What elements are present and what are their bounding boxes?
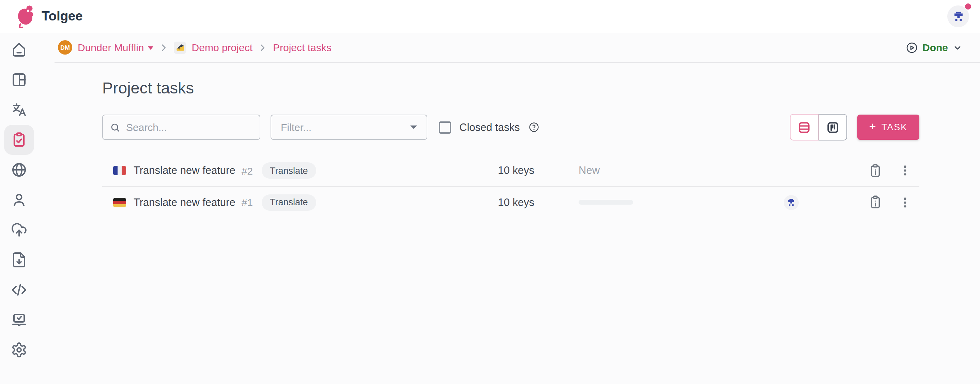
task-detail-clipboard-button[interactable] (868, 194, 883, 210)
notification-dot (965, 3, 971, 10)
task-type-chip: Translate (262, 163, 316, 179)
chevron-right-icon (159, 43, 169, 52)
task-state-text: New (579, 164, 600, 177)
breadcrumb-project[interactable]: Demo project (192, 41, 253, 53)
state-filter-label: Done (923, 41, 948, 53)
dropdown-arrow-icon (410, 126, 417, 129)
add-task-label: TASK (881, 122, 908, 132)
cloud-upload-icon (11, 221, 27, 238)
dashboard-icon (11, 72, 27, 88)
task-keys: 10 keys (443, 196, 534, 209)
vertical-dots-icon (898, 194, 912, 210)
task-row[interactable]: Translate new feature #2 Translate 10 ke… (102, 155, 920, 186)
clipboard-info-icon (868, 194, 883, 210)
pixel-robot-avatar-icon (952, 10, 965, 23)
task-row-left: Translate new feature #1 Translate (102, 194, 316, 210)
sidebar-item-export[interactable] (4, 245, 34, 275)
view-toggle-group (790, 114, 847, 140)
task-state: New (579, 164, 735, 177)
tolgee-mouse-icon (14, 3, 37, 28)
sidebar-item-developer[interactable] (4, 275, 34, 305)
search-icon (110, 121, 121, 133)
tasks-clipboard-check-icon (11, 132, 27, 148)
sidebar (0, 33, 46, 384)
task-menu-button[interactable] (897, 193, 913, 212)
breadcrumb-org-label: Dunder Mufflin (78, 41, 144, 53)
breadcrumb-page: Project tasks (273, 41, 332, 53)
search-input[interactable] (126, 121, 253, 133)
play-circle-icon (905, 41, 918, 54)
assignee-avatar[interactable] (784, 195, 799, 210)
task-keys: 10 keys (443, 164, 534, 177)
sidebar-item-languages[interactable] (4, 155, 34, 185)
filter-placeholder: Filter... (281, 121, 410, 133)
sidebar-item-settings[interactable] (4, 335, 34, 365)
search-box (102, 115, 260, 140)
tolgee-app: Tolgee (0, 0, 980, 384)
tasks-toolbar: Filter... Closed tasks (102, 114, 920, 140)
settings-gear-icon (11, 342, 27, 358)
clipboard-info-icon (868, 163, 883, 178)
task-number: #2 (242, 165, 253, 176)
languages-icon (11, 102, 27, 118)
board-view-icon (825, 120, 840, 135)
task-row-left: Translate new feature #2 Translate (102, 163, 316, 179)
tolgee-logo[interactable]: Tolgee (14, 3, 83, 28)
sidebar-item-tasks[interactable] (4, 125, 34, 155)
french-flag-icon (113, 166, 126, 175)
list-view-button[interactable] (790, 114, 818, 140)
code-icon (11, 282, 27, 298)
sidebar-item-members[interactable] (4, 185, 34, 215)
laptop-check-icon (11, 312, 27, 328)
task-detail-clipboard-button[interactable] (868, 163, 883, 178)
content-shell: DM Dunder Mufflin Demo project Project t… (0, 33, 980, 384)
top-app-bar: Tolgee (0, 0, 980, 33)
brand-name: Tolgee (41, 8, 83, 24)
task-menu-button[interactable] (897, 161, 913, 180)
breadcrumb-project-label: Demo project (192, 41, 253, 53)
board-view-button[interactable] (818, 114, 847, 140)
german-flag-icon (113, 198, 126, 207)
pixel-robot-avatar-icon (786, 198, 796, 207)
main-content: Project tasks Filter... Closed tasks (102, 62, 920, 218)
task-row[interactable]: Translate new feature #1 Translate 10 ke… (102, 186, 920, 218)
list-view-icon (797, 120, 812, 135)
closed-tasks-label: Closed tasks (459, 121, 520, 133)
add-task-button[interactable]: + TASK (858, 115, 920, 140)
progress-bar (579, 200, 633, 205)
task-list: Translate new feature #2 Translate 10 ke… (102, 155, 920, 218)
project-icon (174, 41, 186, 54)
file-export-icon (11, 252, 27, 268)
user-icon (11, 192, 27, 208)
chevron-down-icon (953, 43, 962, 52)
help-icon[interactable] (528, 121, 539, 133)
vertical-dots-icon (898, 163, 912, 179)
breadcrumb: DM Dunder Mufflin Demo project Project t… (58, 33, 332, 62)
task-state (579, 200, 735, 205)
closed-tasks-control: Closed tasks (439, 114, 539, 140)
page-title: Project tasks (102, 79, 920, 97)
sidebar-item-dashboard[interactable] (4, 65, 34, 95)
closed-tasks-checkbox[interactable] (439, 121, 451, 133)
home-icon (11, 41, 27, 58)
caret-down-icon (148, 46, 154, 49)
sidebar-item-import[interactable] (4, 215, 34, 245)
sidebar-item-translations[interactable] (4, 95, 34, 125)
sidebar-item-integrate[interactable] (4, 305, 34, 335)
task-name: Translate new feature (134, 196, 235, 209)
task-type-chip: Translate (262, 194, 316, 210)
sidebar-item-home[interactable] (4, 35, 34, 65)
breadcrumb-org[interactable]: Dunder Mufflin (78, 41, 154, 53)
filter-select[interactable]: Filter... (270, 115, 427, 140)
task-number: #1 (242, 196, 253, 208)
plus-icon: + (869, 120, 876, 134)
chevron-right-icon (258, 43, 267, 52)
task-name: Translate new feature (134, 164, 235, 177)
org-avatar[interactable]: DM (58, 40, 72, 54)
globe-icon (11, 162, 27, 178)
task-state-dropdown[interactable]: Done (905, 33, 962, 62)
